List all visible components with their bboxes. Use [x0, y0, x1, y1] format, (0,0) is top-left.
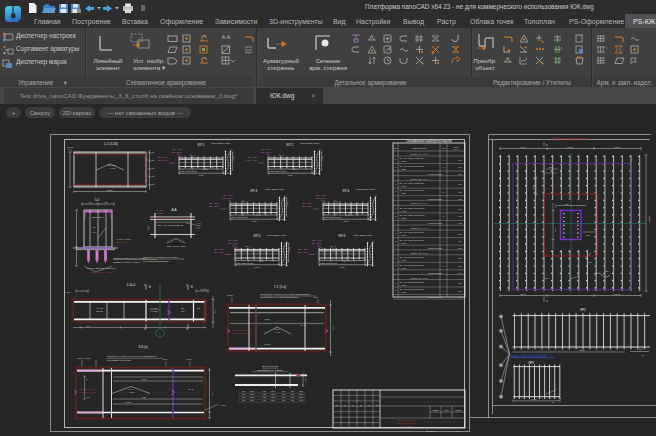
svg-text:Сваи внутреннего: Сваи внутреннего	[232, 329, 252, 331]
svg-text:Каркас КР5 - шт. 7: Каркас КР5 - шт. 7	[410, 252, 428, 254]
svg-text:ГОСТ 23279-2012: ГОСТ 23279-2012	[320, 262, 338, 264]
svg-text:-3.50: -3.50	[186, 358, 192, 361]
svg-text:3-3 (х): 3-3 (х)	[139, 345, 148, 349]
svg-text:ед. кг: ед. кг	[454, 148, 459, 150]
svg-text:А-А: А-А	[171, 208, 177, 212]
svg-text:1: 1	[283, 154, 285, 156]
svg-text:6000: 6000	[339, 266, 345, 268]
svg-text:-50: -50	[641, 354, 645, 356]
svg-text:Поз: Поз	[394, 147, 398, 149]
svg-text:1,31: 1,31	[458, 240, 463, 243]
svg-text:Масса изделия: Масса изделия	[428, 272, 442, 274]
svg-text:св5: св5	[605, 270, 609, 272]
svg-text:Г-Г (1:х): Г-Г (1:х)	[274, 285, 285, 289]
svg-text:1: 1	[339, 200, 341, 202]
svg-text:КР-2: КР-2	[300, 324, 306, 326]
svg-text:-1.100: -1.100	[66, 146, 74, 149]
svg-text:а: а	[546, 299, 548, 303]
svg-text:-2.150: -2.150	[264, 343, 271, 345]
svg-text:150: 150	[291, 390, 294, 392]
svg-text:9000: 9000	[520, 293, 526, 296]
svg-text:Дат: Дат	[376, 404, 379, 406]
svg-text:Масса изделия: Масса изделия	[428, 222, 442, 224]
svg-text:2980: 2980	[579, 349, 585, 352]
svg-text:L=2980: L=2980	[400, 192, 408, 194]
svg-text:150: 150	[242, 396, 245, 398]
svg-text:+ Ø6 А240: + Ø6 А240	[300, 205, 313, 208]
svg-text:-1.250 -1.800: -1.250 -1.800	[76, 357, 91, 360]
svg-text:L=2980: L=2980	[400, 291, 408, 293]
svg-text:(-0.986): (-0.986)	[150, 310, 158, 312]
svg-text:Ø200 S240: Ø200 S240	[92, 216, 104, 218]
svg-text:ГОСТ 23279-2012: ГОСТ 23279-2012	[269, 170, 287, 172]
svg-text:3: 3	[320, 172, 322, 174]
svg-text:9000: 9000	[567, 146, 573, 149]
svg-text:св6: св6	[545, 277, 549, 279]
svg-text:Nд: Nд	[360, 404, 363, 406]
svg-text:Пдп: Пдп	[367, 404, 370, 406]
svg-text:Каркас КР4 - шт. 6: Каркас КР4 - шт. 6	[410, 227, 428, 229]
svg-text:-3.50: -3.50	[162, 358, 168, 361]
svg-text:6000: 6000	[251, 220, 257, 222]
svg-text:Ø6 А240 ГОСТ 34028-2016: Ø6 А240 ГОСТ 34028-2016	[400, 239, 426, 241]
svg-text:КР-5: КР-5	[254, 234, 261, 238]
svg-text:Забивные сваи С 40.30-8: Забивные сваи С 40.30-8	[113, 261, 141, 263]
svg-text:1,31: 1,31	[458, 166, 463, 169]
svg-text:300: 300	[334, 212, 337, 214]
svg-text:1: 1	[335, 245, 337, 247]
svg-text:150: 150	[291, 393, 294, 395]
svg-text:L=2980: L=2980	[400, 217, 408, 219]
svg-text:1: 1	[194, 154, 196, 156]
svg-text:Стержни не указанные на схеме: Стержни не указанные на схеме армировани…	[260, 293, 310, 295]
svg-text:950: 950	[142, 396, 146, 398]
svg-text:1-1 (1:20): 1-1 (1:20)	[104, 142, 118, 146]
svg-text:4: 4	[443, 257, 445, 259]
svg-text:Стержни не указанные на схеме: Стержни не указанные на схеме	[143, 256, 178, 258]
svg-text:Кол: Кол	[442, 147, 446, 149]
svg-text:+ Ø6 А240: + Ø6 А240	[212, 251, 225, 254]
svg-text:1: 1	[231, 148, 233, 150]
svg-text:ГОСТ 23279-2012: ГОСТ 23279-2012	[211, 142, 231, 144]
svg-text:КР-2: КР-2	[287, 143, 294, 147]
svg-text:Каркас КР1 эскиз 2980×600: Каркас КР1 эскиз 2980×600	[511, 354, 547, 358]
svg-text:Тест сравнение по: Тест сравнение по	[398, 419, 418, 421]
svg-text:Ø6 А240 ГОСТ 34028-2016: Ø6 А240 ГОСТ 34028-2016	[400, 157, 426, 159]
svg-text:ГОСТ 23279-2012: ГОСТ 23279-2012	[265, 188, 285, 190]
svg-text:L=2980: L=2980	[400, 185, 408, 187]
svg-text:5: 5	[443, 215, 445, 217]
svg-text:Формат: Формат	[426, 430, 435, 433]
svg-text:-4.100: -4.100	[128, 391, 135, 393]
svg-text:1: 1	[320, 148, 322, 150]
svg-text:150: 150	[291, 399, 294, 401]
svg-text:9,35: 9,35	[458, 247, 463, 250]
svg-text:1500: 1500	[271, 396, 275, 398]
svg-text:4: 4	[443, 159, 445, 161]
svg-text:4: 4	[443, 282, 445, 284]
svg-text:1: 1	[395, 183, 397, 185]
svg-text:+ Ø6 А240: + Ø6 А240	[221, 197, 234, 200]
svg-text:3: 3	[285, 218, 287, 220]
svg-text:+0.486: +0.486	[150, 307, 158, 309]
svg-text:150: 150	[282, 393, 285, 395]
svg-text:9000: 9000	[520, 146, 526, 149]
svg-text:Ø5: Ø5	[181, 307, 185, 309]
svg-text:4: 4	[443, 183, 445, 185]
svg-text:-0.50: -0.50	[220, 404, 226, 407]
svg-text:Ø6 А240 ГОСТ 34028-2016: Ø6 А240 ГОСТ 34028-2016	[400, 288, 426, 290]
svg-text:Каркас КР1 - шт. 3: Каркас КР1 - шт. 3	[410, 153, 428, 155]
svg-text:1500: 1500	[250, 396, 254, 398]
svg-text:+ Ø6 А240: + Ø6 А240	[156, 159, 169, 162]
svg-text:Изм: Изм	[335, 404, 339, 406]
svg-text:ряда Ø1 Ø2 Ø3: ряда Ø1 Ø2 Ø3	[79, 391, 96, 393]
svg-text:150: 150	[151, 167, 155, 169]
svg-text:L=2980: L=2980	[400, 168, 408, 170]
svg-text:9,25: 9,25	[458, 222, 463, 225]
svg-text:300: 300	[190, 166, 193, 168]
svg-text:объединить со схемой армирован: объединить со схемой армирования	[260, 296, 300, 298]
svg-text:1: 1	[395, 158, 397, 160]
svg-text:Ø6 А240 ГОСТ 34028-2016: Ø6 А240 ГОСТ 34028-2016	[400, 231, 426, 233]
svg-text:300: 300	[266, 257, 269, 259]
svg-text:9000: 9000	[614, 146, 620, 149]
svg-text:2: 2	[395, 190, 397, 192]
svg-text:300: 300	[355, 212, 358, 214]
